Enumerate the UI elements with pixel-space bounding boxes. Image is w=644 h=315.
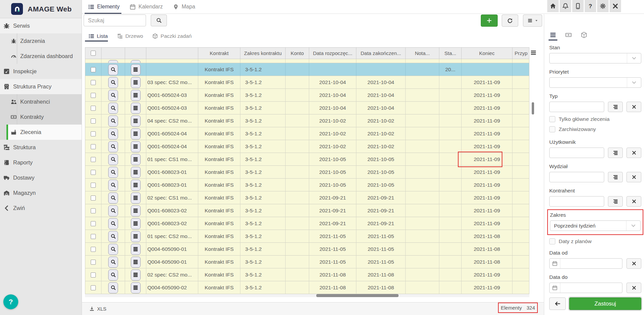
panel-tab-packages-icon[interactable] (580, 32, 588, 38)
settings-button[interactable] (597, 0, 609, 12)
table-row[interactable]: 01 spec: CS1 mo...Kontrakt IFS3-5-1.2202… (85, 153, 529, 166)
data-do-clear-button[interactable] (626, 283, 641, 293)
column-header-end[interactable]: Data zakończen... (356, 48, 406, 59)
column-header-status[interactable]: Sta... (439, 48, 462, 59)
column-header-name[interactable] (146, 48, 198, 59)
row-preview-button[interactable] (108, 180, 118, 191)
sidebar-item-struktura-pracy[interactable]: Struktura Pracy (0, 79, 82, 94)
search-input[interactable] (84, 15, 146, 26)
table-row[interactable]: Q001-605024-03Kontrakt IFS3-5-1.22021-10… (85, 102, 529, 114)
row-checkbox[interactable] (91, 208, 96, 213)
row-menu-button[interactable] (131, 115, 141, 127)
panel-tab-contracts-icon[interactable] (565, 32, 572, 38)
row-menu-button[interactable] (131, 60, 141, 63)
column-header-scope[interactable]: Zakres kontraktu (240, 48, 286, 59)
table-menu-button[interactable] (523, 15, 542, 27)
sidebar-item-magazyn[interactable]: Magazyn (0, 185, 82, 201)
row-checkbox[interactable] (91, 183, 96, 188)
table-row[interactable]: Q001-605024-03Kontrakt IFS3-5-1.22021-10… (85, 89, 529, 102)
row-menu-button[interactable] (131, 269, 141, 281)
sidebar-item-serwis[interactable]: Serwis (0, 18, 82, 33)
table-row[interactable]: Q001-605024-04Kontrakt IFS3-5-1.22021-10… (85, 127, 529, 140)
row-checkbox[interactable] (91, 260, 96, 265)
table-row[interactable]: Q001-608023-02Kontrakt IFS3-5-1.22021-09… (85, 204, 529, 217)
home-button[interactable] (547, 0, 559, 12)
row-menu-button[interactable] (131, 231, 141, 242)
column-options-icon[interactable] (530, 50, 536, 56)
row-menu-button[interactable] (131, 244, 141, 255)
uzytkownik-input[interactable] (549, 148, 604, 158)
row-menu-button[interactable] (131, 141, 141, 152)
row-preview-button[interactable] (108, 218, 118, 229)
row-checkbox[interactable] (91, 106, 96, 111)
row-preview-button[interactable] (108, 282, 118, 293)
help-button[interactable]: ? (585, 0, 596, 12)
row-preview-button[interactable] (108, 103, 118, 114)
kontrahent-clear-button[interactable] (626, 196, 641, 207)
typ-clear-button[interactable] (626, 102, 641, 112)
kontrahent-picker-button[interactable] (608, 196, 623, 207)
row-preview-button[interactable] (108, 128, 118, 139)
column-header-assigned[interactable]: Przyp (513, 48, 530, 59)
back-button[interactable] (549, 297, 566, 310)
calendar-icon-zone[interactable] (550, 283, 560, 293)
row-checkbox[interactable] (91, 80, 96, 85)
table-row[interactable]: 01 spec: CS2 mo...Kontrakt IFS3-5-1.2202… (85, 230, 529, 243)
select-all-checkbox[interactable] (91, 51, 96, 56)
view-tab-drzewo[interactable]: Drzewo (113, 30, 148, 42)
row-checkbox[interactable] (91, 119, 96, 124)
row-menu-button[interactable] (131, 103, 141, 114)
table-row[interactable]: Q004-605090-01Kontrakt IFS3-5-1.22021-11… (85, 243, 529, 256)
priorytet-select[interactable] (549, 77, 641, 88)
row-menu-button[interactable] (131, 257, 141, 268)
data-do-input[interactable] (549, 283, 622, 293)
view-tab-paczki-zadań[interactable]: Paczki zadań (148, 30, 196, 42)
data-od-input[interactable] (549, 258, 622, 269)
row-menu-button[interactable] (131, 77, 141, 88)
wydzial-clear-button[interactable] (626, 172, 641, 182)
row-checkbox[interactable] (91, 67, 96, 72)
row-preview-button[interactable] (108, 154, 118, 165)
row-preview-button[interactable] (108, 244, 118, 255)
sidebar-item-kontrahenci[interactable]: Kontrahenci (0, 94, 82, 109)
view-tab-lista[interactable]: Lista (84, 30, 113, 42)
tab-mapa[interactable]: Mapa (168, 0, 200, 14)
sidebar-item-zlecenia[interactable]: Zlecenia (0, 125, 82, 140)
tab-elementy[interactable]: Elementy (83, 0, 125, 14)
horizontal-scrollbar-track[interactable] (85, 294, 529, 297)
calendar-icon-zone[interactable] (550, 259, 560, 268)
close-button[interactable] (610, 0, 621, 12)
row-preview-button[interactable] (108, 90, 118, 101)
data-od-clear-button[interactable] (626, 258, 641, 269)
column-header-start[interactable]: Data rozpoczęc... (309, 48, 356, 59)
mobile-button[interactable] (572, 0, 584, 12)
stan-select[interactable] (549, 53, 641, 63)
table-row[interactable]: Q001-608023-02Kontrakt IFS3-5-1.22021-09… (85, 217, 529, 230)
export-xls-button[interactable]: XLS (89, 306, 106, 312)
only-main-orders-checkbox[interactable] (549, 116, 555, 122)
row-menu-button[interactable] (131, 64, 141, 75)
column-header-contract[interactable]: Kontrakt (198, 48, 240, 59)
table-row[interactable]: Q001-605024-04Kontrakt IFS3-5-1.22021-10… (85, 140, 529, 153)
table-row[interactable]: 02 spec: CS1 mo...Kontrakt IFS3-5-1.2202… (85, 191, 529, 204)
column-header-account[interactable]: Konto (286, 48, 309, 59)
table-row[interactable]: Q004-605090-01Kontrakt IFS3-5-1.22021-11… (85, 256, 529, 268)
row-preview-button[interactable] (108, 257, 118, 268)
uzytkownik-clear-button[interactable] (626, 148, 641, 158)
column-header-note[interactable]: Nota... (406, 48, 439, 59)
kontrahent-input[interactable] (549, 196, 604, 207)
row-preview-button[interactable] (108, 269, 118, 281)
column-header-finish[interactable]: Koniec (462, 48, 513, 59)
panel-tab-list-icon[interactable] (549, 32, 557, 38)
apply-button[interactable]: Zastosuj (569, 297, 641, 310)
uzytkownik-picker-button[interactable] (608, 148, 623, 158)
table-row[interactable]: 02 spec: CS2 mo...Kontrakt IFS3-5-1.2202… (85, 268, 529, 281)
table-row[interactable]: 04 spec: CS2 mo...Kontrakt IFS3-5-1.2202… (85, 114, 529, 127)
sidebar-item-zdarzenia-dashboard[interactable]: Zdarzenia dashboard (0, 49, 82, 64)
sidebar-item-kontrakty[interactable]: Kontrakty (0, 109, 82, 125)
row-checkbox[interactable] (91, 157, 96, 162)
row-menu-button[interactable] (131, 180, 141, 191)
refresh-button[interactable] (502, 15, 518, 27)
row-menu-button[interactable] (131, 167, 141, 178)
row-menu-button[interactable] (131, 128, 141, 139)
